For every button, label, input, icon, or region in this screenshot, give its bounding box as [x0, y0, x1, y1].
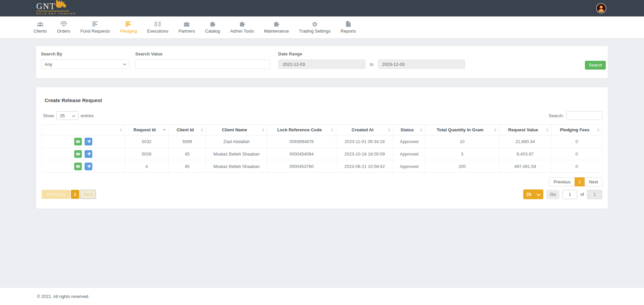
secondary-next-button[interactable]: Next: [80, 190, 96, 199]
puzzle-icon: [210, 21, 215, 27]
sort-icon: [420, 128, 423, 132]
send-button[interactable]: [85, 138, 92, 145]
total-quantity-cell: 200: [425, 160, 499, 173]
grid-icon: [155, 21, 161, 27]
nav-item-executions[interactable]: Executions: [147, 21, 168, 34]
nav-item-partners[interactable]: Partners: [179, 21, 195, 34]
sort-icon: [597, 128, 600, 132]
column-header-status[interactable]: Status: [393, 125, 425, 135]
created-at-cell: 2023-06-21 10:58:42: [336, 160, 393, 173]
griffin-icon: [54, 0, 68, 10]
search-button[interactable]: Search: [585, 61, 606, 70]
sort-icon: [546, 128, 549, 132]
date-to-input[interactable]: [378, 59, 465, 69]
nav-item-trading-settings[interactable]: Trading Settings: [299, 21, 331, 34]
filters-panel: Search By Any Search Value Date Range to…: [36, 46, 608, 78]
date-from-input[interactable]: [278, 59, 365, 69]
brand-tagline: GOLD NET TRADING: [36, 12, 76, 15]
table-controls: Show 25 entries Search:: [42, 111, 602, 120]
pagination-previous-button[interactable]: Previous: [549, 177, 575, 186]
nav-item-orders[interactable]: Orders: [57, 21, 70, 34]
search-by-select-wrap: Any: [41, 59, 130, 69]
page-number-input[interactable]: [562, 190, 577, 199]
puzzle-icon: [239, 21, 245, 27]
nav-item-reports[interactable]: Reports: [341, 21, 356, 34]
user-avatar-button[interactable]: [596, 3, 606, 13]
status-cell: Approved: [393, 160, 425, 173]
date-range-field: Date Range to: [278, 51, 465, 72]
send-icon: [87, 152, 91, 156]
created-at-cell: 2023-11-01 09:34:18: [336, 135, 393, 148]
entries-label: entries: [81, 113, 94, 118]
nav-item-catalog[interactable]: Catalog: [205, 21, 220, 34]
request-value-cell: 497,491.59: [499, 160, 551, 173]
nav-item-pledging[interactable]: Pledging: [120, 21, 137, 34]
page-jump-controls: 25 Go of: [523, 189, 602, 199]
date-range-separator: to: [370, 62, 374, 67]
lock-reference-code-cell: 0000453760: [267, 160, 336, 173]
sort-icon: [388, 128, 391, 132]
pagination-next-button[interactable]: Next: [585, 177, 602, 186]
actions-cell: [42, 160, 125, 173]
pagination-page-1-button[interactable]: 1: [575, 177, 585, 186]
request-id-cell: 5026: [125, 148, 168, 160]
column-header-pledging-fees[interactable]: Pledging Fees: [551, 125, 602, 135]
total-pages-input: [587, 190, 602, 199]
eye-icon: [76, 165, 80, 168]
search-value-input[interactable]: [135, 59, 270, 69]
column-header-actions[interactable]: [42, 125, 125, 135]
client-id-cell: 45: [168, 148, 206, 160]
nav-item-fund-requests[interactable]: Fund Requests: [80, 21, 110, 34]
status-cell: Approved: [393, 148, 425, 160]
view-button[interactable]: [74, 150, 82, 158]
created-at-cell: 2023-10-18 16:00:09: [336, 148, 393, 160]
request-value-cell: 21,690.34: [499, 135, 551, 148]
briefcase-icon: [184, 21, 190, 27]
table-header-row: Request Id Client Id Client Name Lock Re…: [42, 125, 602, 135]
column-header-request-id[interactable]: Request Id: [125, 125, 168, 135]
footer: © 2021. All rights reserved.: [0, 288, 644, 305]
search-by-label: Search By: [41, 51, 130, 56]
release-requests-panel: Create Release Request Show 25 entries S…: [36, 87, 608, 209]
table-pagination: Previous 1 Next: [42, 177, 602, 186]
view-button[interactable]: [74, 163, 82, 170]
search-by-select[interactable]: Any: [41, 59, 130, 69]
secondary-previous-button[interactable]: Previous: [42, 190, 70, 199]
brand-logo[interactable]: GNT GOLD NET TRADING: [36, 2, 76, 15]
page-content: Search By Any Search Value Date Range to…: [0, 46, 644, 209]
table-search-control: Search:: [549, 111, 602, 120]
search-by-field: Search By Any: [41, 51, 130, 72]
view-button[interactable]: [74, 138, 82, 145]
column-header-total-quantity[interactable]: Total Quantity In Gram: [425, 125, 499, 135]
send-icon: [87, 139, 91, 143]
brand-logo-text: GNT: [36, 2, 55, 10]
client-name-cell: Ziad Abdallah: [206, 135, 267, 148]
secondary-pagination: Previous 1 Next: [42, 190, 96, 199]
gem-icon: [60, 21, 67, 27]
table-row: 4 45 Moataz Bellah Shaaban 0000453760 20…: [42, 160, 602, 173]
page-size-select[interactable]: 25: [523, 189, 543, 199]
send-button[interactable]: [85, 163, 92, 170]
nav-item-maintenance[interactable]: Maintenance: [264, 21, 289, 34]
nav-item-admin-tools[interactable]: Admin Tools: [230, 21, 254, 34]
page-length-select[interactable]: 25: [56, 111, 79, 120]
top-bar: GNT GOLD NET TRADING: [0, 0, 644, 16]
sort-desc-icon: [163, 129, 166, 131]
column-header-created-at[interactable]: Created At: [336, 125, 393, 135]
request-id-cell: 4: [125, 160, 168, 173]
users-icon: [37, 21, 44, 27]
send-button[interactable]: [85, 150, 92, 158]
secondary-page-1-button[interactable]: 1: [71, 190, 79, 199]
column-header-request-value[interactable]: Request Value: [499, 125, 551, 135]
column-header-client-name[interactable]: Client Name: [206, 125, 267, 135]
eye-icon: [76, 140, 80, 143]
total-quantity-cell: 3: [425, 148, 499, 160]
table-search-input[interactable]: [566, 111, 602, 120]
nav-item-clients[interactable]: Clients: [34, 21, 47, 34]
send-icon: [87, 164, 91, 168]
go-button[interactable]: Go: [546, 190, 559, 199]
column-header-client-id[interactable]: Client Id: [168, 125, 206, 135]
client-id-cell: 9399: [168, 135, 206, 148]
column-header-lock-reference-code[interactable]: Lock Reference Code: [267, 125, 336, 135]
search-value-label: Search Value: [135, 51, 270, 56]
